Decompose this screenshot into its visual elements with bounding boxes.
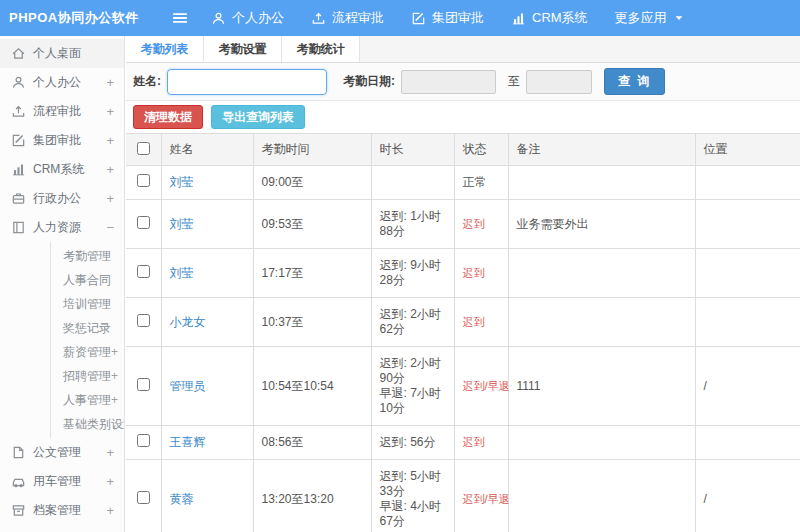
row-checkbox[interactable]: [137, 174, 150, 187]
employee-name-link[interactable]: 刘莹: [170, 266, 194, 280]
row-select-cell: [126, 347, 161, 426]
tab-attendance-settings[interactable]: 考勤设置: [204, 36, 282, 62]
expand-plus-icon[interactable]: +: [106, 445, 114, 460]
sidebar-item-group-approval[interactable]: 集团审批+: [0, 126, 124, 155]
duration-line: 迟到: 56分: [380, 435, 446, 450]
nav-item-crm-system[interactable]: CRM系统: [511, 9, 588, 27]
attendance-time-cell: 09:00至: [253, 166, 371, 200]
attendance-table: 姓名考勤时间时长状态备注位置 刘莹09:00至正常刘莹09:53至迟到: 1小时…: [126, 133, 800, 532]
nav-item-group-approval[interactable]: 集团审批: [411, 9, 484, 27]
employee-name-link[interactable]: 王喜辉: [170, 435, 206, 449]
chart-icon: [10, 162, 26, 177]
row-checkbox[interactable]: [137, 491, 150, 504]
row-select-cell: [126, 460, 161, 532]
row-checkbox[interactable]: [137, 434, 150, 447]
row-checkbox[interactable]: [137, 265, 150, 278]
sidebar-item-human-resources[interactable]: 人力资源−: [0, 213, 124, 242]
column-header: 位置: [695, 134, 800, 166]
sidebar-item-personnel-mgmt[interactable]: 人事管理+: [51, 388, 124, 412]
sidebar-item-training-mgmt[interactable]: 培训管理: [51, 292, 124, 316]
row-checkbox[interactable]: [137, 378, 150, 391]
expand-plus-icon[interactable]: +: [111, 393, 125, 407]
nav-item-personal-office[interactable]: 个人办公: [211, 9, 284, 27]
sidebar-item-label: 个人桌面: [33, 45, 114, 62]
name-cell: 刘莹: [161, 249, 253, 298]
attendance-time-cell: 10:54至10:54: [253, 347, 371, 426]
sidebar-item-salary-mgmt[interactable]: 薪资管理+: [51, 340, 124, 364]
employee-name-link[interactable]: 刘莹: [170, 217, 194, 231]
date-from-input[interactable]: [401, 70, 496, 94]
expand-plus-icon[interactable]: +: [106, 133, 114, 148]
duration-cell: 迟到: 56分: [371, 426, 454, 460]
select-all-checkbox[interactable]: [137, 142, 150, 155]
row-checkbox[interactable]: [137, 216, 150, 229]
collapse-minus-icon[interactable]: −: [106, 220, 114, 235]
expand-plus-icon[interactable]: +: [106, 75, 114, 90]
status-badge: 迟到: [463, 218, 485, 230]
sidebar-item-workflow-approval[interactable]: 流程审批+: [0, 97, 124, 126]
sidebar-item-base-category-settings[interactable]: 基础类别设置+: [51, 412, 124, 436]
remark-cell: [508, 249, 695, 298]
sidebar-item-recruit-mgmt[interactable]: 招聘管理+: [51, 364, 124, 388]
export-list-button[interactable]: 导出查询列表: [211, 105, 305, 129]
sidebar-item-personal-office[interactable]: 个人办公+: [0, 68, 124, 97]
sidebar-item-label: 培训管理: [63, 296, 111, 313]
date-to-input[interactable]: [526, 70, 592, 94]
tab-attendance-list[interactable]: 考勤列表: [126, 36, 204, 62]
sidebar-item-document-mgmt[interactable]: 公文管理+: [0, 438, 124, 467]
duration-cell: 迟到: 1小时88分: [371, 200, 454, 249]
employee-name-link[interactable]: 黄蓉: [170, 492, 194, 506]
expand-plus-icon[interactable]: +: [111, 369, 125, 383]
nav-item-label: CRM系统: [532, 9, 588, 27]
search-bar: 姓名: 考勤日期: 至 查 询: [126, 63, 800, 101]
sidebar-item-hr-contract[interactable]: 人事合同: [51, 268, 124, 292]
duration-line: 迟到: 2小时90分: [380, 356, 446, 386]
doc-icon: [10, 445, 26, 460]
employee-name-link[interactable]: 管理员: [170, 379, 206, 393]
column-header: 考勤时间: [253, 134, 371, 166]
sidebar-item-label: 考勤管理: [63, 248, 111, 265]
sidebar-item-reward-records[interactable]: 奖惩记录: [51, 316, 124, 340]
row-select-cell: [126, 200, 161, 249]
car-icon: [10, 474, 26, 489]
edit-icon: [411, 11, 426, 26]
table-row: 刘莹17:17至迟到: 9小时28分迟到: [126, 249, 800, 298]
app-logo[interactable]: PHPOA协同办公软件: [0, 9, 125, 27]
employee-name-link[interactable]: 小龙女: [170, 315, 206, 329]
attendance-time-cell: 13:20至13:20: [253, 460, 371, 532]
sidebar-item-project-mgmt[interactable]: 项目管理+: [0, 525, 124, 532]
table-row: 刘莹09:53至迟到: 1小时88分迟到业务需要外出: [126, 200, 800, 249]
sidebar-item-archive-mgmt[interactable]: 档案管理+: [0, 496, 124, 525]
expand-plus-icon[interactable]: +: [106, 104, 114, 119]
sidebar-item-attendance-mgmt[interactable]: 考勤管理: [51, 244, 124, 268]
duration-cell: 迟到: 2小时90分早退: 7小时10分: [371, 347, 454, 426]
sidebar-item-personal-desktop[interactable]: 个人桌面: [0, 39, 124, 68]
hamburger-icon: [171, 9, 189, 27]
status-cell: 迟到: [454, 298, 508, 347]
book-icon: [10, 220, 26, 235]
row-checkbox[interactable]: [137, 314, 150, 327]
sidebar-item-crm-system[interactable]: CRM系统+: [0, 155, 124, 184]
menu-toggle-button[interactable]: [171, 9, 189, 27]
name-input[interactable]: [167, 69, 327, 95]
expand-plus-icon[interactable]: +: [106, 191, 114, 206]
sidebar-item-label: 集团审批: [33, 132, 106, 149]
name-cell: 管理员: [161, 347, 253, 426]
expand-plus-icon[interactable]: +: [106, 503, 114, 518]
expand-plus-icon[interactable]: +: [106, 162, 114, 177]
sidebar-item-label: 人事合同: [63, 272, 111, 289]
expand-plus-icon[interactable]: +: [106, 474, 114, 489]
row-select-cell: [126, 298, 161, 347]
employee-name-link[interactable]: 刘莹: [170, 175, 194, 189]
table-row: 小龙女10:37至迟到: 2小时62分迟到: [126, 298, 800, 347]
clear-data-button[interactable]: 清理数据: [133, 105, 203, 129]
home-icon: [10, 46, 26, 61]
query-button[interactable]: 查 询: [604, 68, 665, 95]
table-row: 王喜辉08:56至迟到: 56分迟到: [126, 426, 800, 460]
sidebar-item-vehicle-mgmt[interactable]: 用车管理+: [0, 467, 124, 496]
nav-item-workflow-approval[interactable]: 流程审批: [311, 9, 384, 27]
sidebar-item-admin-office[interactable]: 行政办公+: [0, 184, 124, 213]
expand-plus-icon[interactable]: +: [111, 345, 125, 359]
nav-item-more-apps[interactable]: 更多应用: [615, 9, 685, 27]
tab-attendance-stats[interactable]: 考勤统计: [282, 36, 360, 62]
